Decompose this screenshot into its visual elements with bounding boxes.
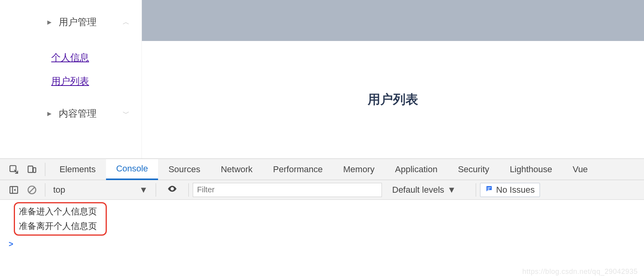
divider <box>45 183 45 197</box>
console-line: 准备进入个人信息页 <box>19 204 102 219</box>
console-toolbar: top ▼ Default levels ▼ No Issues <box>0 180 644 200</box>
svg-rect-2 <box>33 167 36 172</box>
chevron-down-icon: ﹀ <box>123 109 130 118</box>
execution-context-selector[interactable]: top ▼ <box>49 183 152 197</box>
divider <box>188 183 189 197</box>
divider <box>476 183 476 197</box>
context-label: top <box>53 185 65 195</box>
live-expression-icon[interactable] <box>160 184 184 196</box>
divider <box>156 183 156 197</box>
app-region: ▶ 用户管理 ︿ 个人信息 用户列表 ▶ 内容管理 ﹀ 用户列表 <box>0 0 644 158</box>
svg-rect-7 <box>488 189 490 190</box>
sidebar-link-profile[interactable]: 个人信息 <box>0 40 141 64</box>
svg-point-5 <box>171 188 173 189</box>
clear-console-icon[interactable] <box>23 185 41 195</box>
inspect-icon[interactable] <box>5 164 23 175</box>
triangle-down-icon: ▼ <box>447 185 456 195</box>
sidebar-item-user-mgmt[interactable]: ▶ 用户管理 ︿ <box>0 8 141 36</box>
tab-network[interactable]: Network <box>210 159 263 180</box>
message-icon <box>485 185 493 195</box>
console-filter-input[interactable] <box>193 183 382 197</box>
sidebar-item-content-mgmt[interactable]: ▶ 内容管理 ﹀ <box>0 99 141 128</box>
tab-application[interactable]: Application <box>385 159 448 180</box>
devtools: Elements Console Sources Network Perform… <box>0 158 644 249</box>
content-area: 用户列表 <box>142 0 644 158</box>
tab-console[interactable]: Console <box>106 159 158 180</box>
tab-performance[interactable]: Performance <box>263 159 333 180</box>
page-title-wrap: 用户列表 <box>142 41 644 158</box>
sidebar-link-userlist[interactable]: 用户列表 <box>0 64 141 87</box>
console-line: 准备离开个人信息页 <box>19 219 102 233</box>
sidebar-item-label: 内容管理 <box>59 107 97 120</box>
levels-label: Default levels <box>392 185 444 195</box>
sidebar-item-label: 用户管理 <box>59 16 97 28</box>
sidebar: ▶ 用户管理 ︿ 个人信息 用户列表 ▶ 内容管理 ﹀ <box>0 0 142 158</box>
device-toggle-icon[interactable] <box>23 164 41 175</box>
caret-right-icon: ▶ <box>47 110 52 117</box>
console-prompt[interactable]: > <box>0 236 644 249</box>
devtools-tabbar: Elements Console Sources Network Perform… <box>0 159 644 180</box>
log-levels-selector[interactable]: Default levels ▼ <box>392 185 456 195</box>
divider <box>45 163 45 176</box>
tab-security[interactable]: Security <box>448 159 499 180</box>
chevron-up-icon: ︿ <box>123 17 130 27</box>
page-header <box>142 0 644 41</box>
svg-rect-6 <box>488 188 491 188</box>
svg-rect-1 <box>28 166 33 172</box>
tab-vue[interactable]: Vue <box>562 159 598 180</box>
tab-elements[interactable]: Elements <box>49 159 106 180</box>
issues-label: No Issues <box>496 185 535 195</box>
caret-right-icon: ▶ <box>47 19 52 25</box>
page-title: 用户列表 <box>368 91 418 108</box>
tab-lighthouse[interactable]: Lighthouse <box>499 159 562 180</box>
console-body: 准备进入个人信息页 准备离开个人信息页 > <box>0 202 644 249</box>
triangle-down-icon: ▼ <box>139 185 148 195</box>
issues-button[interactable]: No Issues <box>480 183 540 197</box>
console-highlight: 准备进入个人信息页 准备离开个人信息页 <box>14 202 107 236</box>
sidebar-submenu-user-mgmt: 个人信息 用户列表 <box>0 36 141 99</box>
tab-memory[interactable]: Memory <box>333 159 385 180</box>
watermark: https://blog.csdn.net/qq_29042935 <box>522 268 638 276</box>
sidebar-toggle-icon[interactable] <box>5 185 23 195</box>
tab-sources[interactable]: Sources <box>158 159 210 180</box>
